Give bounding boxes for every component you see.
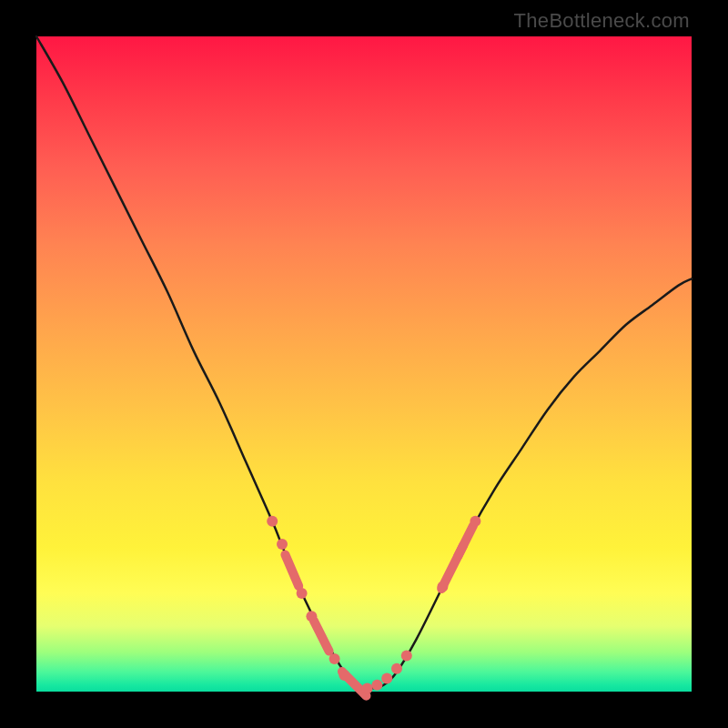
curve-svg xyxy=(36,36,692,692)
curve-marker-dot xyxy=(329,653,340,664)
curve-marker-dot xyxy=(401,650,412,661)
bottleneck-curve xyxy=(36,36,692,688)
plot-area xyxy=(36,36,692,692)
curve-marker-dot xyxy=(267,516,278,527)
chart-frame: TheBottleneck.com xyxy=(0,0,728,728)
curve-marker-dot xyxy=(297,588,308,599)
curve-marker-dot xyxy=(362,682,373,693)
curve-marker-dot xyxy=(381,673,392,684)
curve-marker-dot xyxy=(371,680,382,691)
curve-marker-bar xyxy=(308,614,335,657)
curve-marker-dot xyxy=(391,663,402,674)
curve-marker-dot xyxy=(470,516,480,527)
curve-marker-bar xyxy=(279,549,305,592)
curve-markers xyxy=(267,516,480,703)
watermark-text: TheBottleneck.com xyxy=(514,9,690,33)
curve-marker-dot xyxy=(277,539,288,550)
